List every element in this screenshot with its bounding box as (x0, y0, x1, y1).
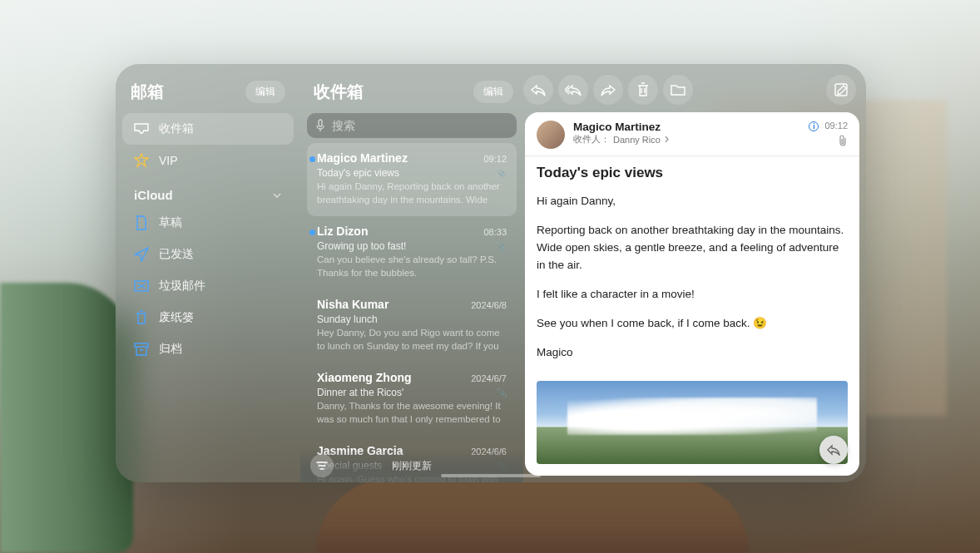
sidebar-title: 邮箱 (131, 81, 164, 103)
search-field[interactable] (307, 113, 517, 138)
message-subject: Today's epic views (317, 167, 399, 179)
message-sender: Magico Martinez (317, 151, 408, 165)
reply-all-button[interactable] (558, 75, 588, 105)
paperclip-icon: 📎 (497, 242, 507, 251)
message-time: 2024/6/8 (471, 300, 507, 310)
reader-body: Hi again Danny, Reporting back on anothe… (525, 185, 859, 381)
message-reader: Magico Martinez 收件人： Danny Rico i 09:12 (525, 112, 859, 476)
message-subject: Growing up too fast! (317, 240, 406, 252)
to-label: 收件人： (573, 133, 610, 146)
quick-reply-button[interactable] (819, 436, 848, 464)
message-time: 08:33 (483, 227, 507, 237)
body-paragraph: Hi again Danny, (537, 193, 848, 210)
sidebar-item-label: 收件箱 (159, 121, 194, 136)
message-item[interactable]: Magico Martinez 09:12 Today's epic views… (307, 143, 517, 216)
message-preview: Can you believe she's already so tall? P… (317, 254, 507, 279)
junk-icon (134, 279, 149, 294)
star-icon (134, 153, 149, 168)
move-button[interactable] (663, 75, 693, 105)
sidebar-item-trash[interactable]: 废纸篓 (122, 302, 294, 333)
reader-time: 09:12 (824, 121, 848, 131)
unread-dot (309, 230, 315, 235)
message-preview: Hey Danny, Do you and Rigo want to come … (317, 327, 507, 353)
body-paragraph: Reporting back on another breathtaking d… (537, 222, 848, 274)
paperclip-icon: 📎 (497, 388, 507, 397)
reader-column: Magico Martinez 收件人： Danny Rico i 09:12 (523, 64, 866, 482)
message-sender: Liz Dizon (317, 225, 368, 238)
sidebar-item-label: 草稿 (159, 215, 182, 230)
reader-recipients[interactable]: 收件人： Danny Rico (573, 133, 800, 146)
message-toolbar (523, 69, 861, 111)
inbox-icon (134, 121, 149, 136)
svg-rect-2 (319, 120, 322, 126)
mail-app-window: 邮箱 编辑 收件箱 VIP iCloud 草稿 (116, 64, 866, 482)
message-header: Magico Martinez 收件人： Danny Rico i 09:12 (525, 112, 859, 156)
sidebar-item-drafts[interactable]: 草稿 (122, 207, 294, 239)
mailboxes-sidebar: 邮箱 编辑 收件箱 VIP iCloud 草稿 (116, 64, 300, 482)
sidebar-edit-button[interactable]: 编辑 (245, 81, 285, 103)
delete-button[interactable] (628, 75, 658, 105)
message-item[interactable]: Liz Dizon 08:33 Growing up too fast! 📎 C… (307, 216, 517, 289)
body-paragraph: I felt like a character in a movie! (537, 286, 848, 304)
sidebar-item-junk[interactable]: 垃圾邮件 (122, 270, 294, 302)
sidebar-item-vip[interactable]: VIP (122, 145, 294, 176)
sidebar-item-label: 归档 (159, 342, 182, 357)
sidebar-section-label: iCloud (134, 188, 173, 202)
info-icon[interactable]: i (809, 121, 819, 131)
forward-button[interactable] (593, 75, 623, 105)
sender-avatar[interactable] (537, 121, 565, 149)
trash-icon (134, 310, 149, 325)
svg-rect-1 (135, 343, 148, 347)
message-sender: Nisha Kumar (317, 298, 389, 311)
home-indicator[interactable] (441, 474, 541, 477)
message-subject: Dinner at the Ricos' (317, 387, 403, 398)
message-item[interactable]: Xiaomeng Zhong 2024/6/7 Dinner at the Ri… (307, 363, 517, 436)
to-name: Danny Rico (613, 135, 661, 145)
message-list-panel: 收件箱 编辑 Magico Martinez 09:12 Today's epi… (300, 64, 523, 482)
message-item[interactable]: Nisha Kumar 2024/6/8 Sunday lunch Hey Da… (307, 289, 517, 363)
sidebar-item-archive[interactable]: 归档 (122, 333, 294, 365)
attachment-icon[interactable] (838, 135, 848, 146)
message-list-footer: 刚刚更新 (300, 449, 523, 482)
reply-button[interactable] (523, 75, 553, 105)
status-text: 刚刚更新 (392, 459, 432, 473)
chevron-down-icon (272, 190, 282, 200)
message-subject: Sunday lunch (317, 314, 378, 325)
reader-subject: Today's epic views (525, 156, 859, 185)
paperclip-icon: 📎 (497, 169, 507, 178)
message-time: 09:12 (483, 154, 507, 164)
paper-plane-icon (134, 247, 149, 262)
message-preview: Hi again Danny, Reporting back on anothe… (317, 180, 507, 206)
body-paragraph: Magico (537, 344, 848, 362)
search-input[interactable] (332, 119, 508, 132)
message-list-title: 收件箱 (314, 81, 364, 103)
document-icon (134, 215, 149, 230)
sidebar-item-inbox[interactable]: 收件箱 (122, 113, 294, 145)
chevron-right-icon (664, 136, 670, 143)
sidebar-item-sent[interactable]: 已发送 (122, 239, 294, 270)
sidebar-item-label: 已发送 (159, 247, 194, 262)
message-list-edit-button[interactable]: 编辑 (473, 81, 513, 103)
attachment-image[interactable] (537, 381, 848, 464)
message-time: 2024/6/7 (471, 373, 507, 383)
unread-dot (309, 156, 315, 162)
sidebar-section-icloud[interactable]: iCloud (122, 176, 294, 207)
filter-button[interactable] (310, 454, 334, 477)
body-paragraph: See you when I come back, if I come back… (537, 315, 848, 333)
sidebar-item-label: 废纸篓 (159, 310, 194, 325)
reader-sender: Magico Martinez (573, 121, 800, 133)
archive-icon (134, 342, 149, 357)
sidebar-item-label: 垃圾邮件 (159, 279, 205, 294)
microphone-icon (315, 119, 325, 132)
message-sender: Xiaomeng Zhong (317, 371, 412, 384)
compose-button[interactable] (826, 75, 856, 105)
message-preview: Danny, Thanks for the awesome evening! I… (317, 400, 507, 426)
sidebar-item-label: VIP (159, 154, 178, 167)
